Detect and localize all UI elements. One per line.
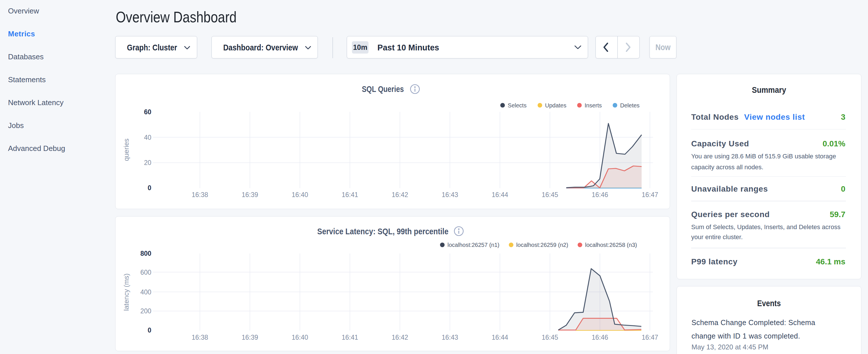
svg-text:40: 40 bbox=[144, 134, 151, 141]
svg-text:20: 20 bbox=[144, 159, 151, 166]
svg-text:Updates: Updates bbox=[545, 102, 566, 108]
svg-text:16:42: 16:42 bbox=[392, 191, 408, 198]
svg-text:16:46: 16:46 bbox=[592, 191, 608, 198]
svg-text:queries: queries bbox=[122, 139, 130, 161]
svg-text:16:43: 16:43 bbox=[442, 191, 458, 198]
svg-text:Inserts: Inserts bbox=[585, 102, 602, 108]
svg-text:16:46: 16:46 bbox=[592, 334, 608, 341]
svg-text:16:47: 16:47 bbox=[642, 191, 658, 198]
svg-text:0: 0 bbox=[148, 326, 151, 334]
svg-text:600: 600 bbox=[141, 269, 151, 276]
svg-text:Selects: Selects bbox=[508, 102, 527, 108]
svg-text:latency (ms): latency (ms) bbox=[122, 273, 130, 311]
svg-text:16:42: 16:42 bbox=[392, 334, 408, 341]
svg-text:16:39: 16:39 bbox=[242, 334, 258, 341]
svg-text:60: 60 bbox=[144, 108, 151, 116]
svg-text:16:38: 16:38 bbox=[192, 191, 208, 198]
svg-text:Deletes: Deletes bbox=[620, 102, 640, 108]
svg-text:16:41: 16:41 bbox=[342, 334, 358, 341]
svg-text:localhost:26257 (n1): localhost:26257 (n1) bbox=[447, 242, 499, 248]
svg-text:16:47: 16:47 bbox=[642, 334, 658, 341]
svg-text:16:44: 16:44 bbox=[492, 191, 508, 198]
svg-text:16:45: 16:45 bbox=[541, 191, 558, 198]
svg-text:16:43: 16:43 bbox=[442, 334, 458, 341]
svg-text:localhost:26258 (n3): localhost:26258 (n3) bbox=[585, 242, 637, 248]
svg-text:16:40: 16:40 bbox=[292, 334, 308, 341]
svg-text:16:45: 16:45 bbox=[541, 334, 558, 341]
svg-text:16:38: 16:38 bbox=[192, 334, 208, 341]
svg-text:0: 0 bbox=[148, 184, 151, 192]
svg-text:400: 400 bbox=[141, 288, 151, 296]
svg-text:16:41: 16:41 bbox=[342, 191, 358, 198]
svg-text:800: 800 bbox=[141, 250, 151, 257]
svg-text:SQL Queries: SQL Queries bbox=[362, 84, 404, 94]
svg-text:200: 200 bbox=[141, 307, 151, 315]
svg-text:Service Latency: SQL, 99th per: Service Latency: SQL, 99th percentile bbox=[317, 227, 448, 236]
svg-text:16:39: 16:39 bbox=[242, 191, 258, 198]
svg-text:16:40: 16:40 bbox=[292, 191, 308, 198]
svg-text:16:44: 16:44 bbox=[492, 334, 508, 341]
svg-text:localhost:26259 (n2): localhost:26259 (n2) bbox=[517, 242, 568, 248]
